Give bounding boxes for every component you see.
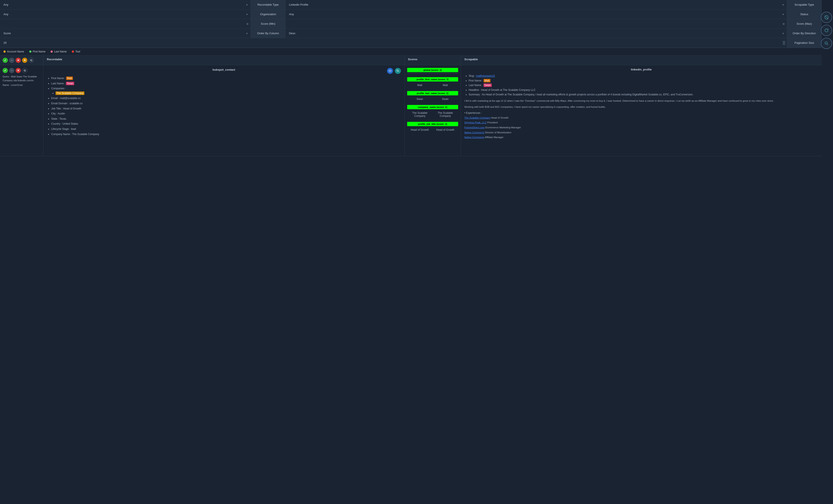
score-last-name: profile_last_name (score: 1) SwanSwan xyxy=(407,91,458,101)
recordable-type-select-wrap: Any ▼ xyxy=(0,0,251,9)
tool-label: Tool xyxy=(75,50,80,53)
refresh-button[interactable] xyxy=(821,25,832,36)
last-name-label: Last Name xyxy=(54,50,67,53)
svg-line-6 xyxy=(827,44,828,45)
first-name-value: Matt xyxy=(66,77,73,80)
recordable-title: hubspot_contact xyxy=(135,68,312,71)
organization-select-wrap: Any ▼ xyxy=(0,9,251,19)
recordable-db-btn[interactable] xyxy=(387,68,393,74)
account-name-dot xyxy=(3,51,6,53)
table-header: ✓ − ✕ ✦ ⧉ Recordable Scores Scrapable xyxy=(0,55,822,65)
company-value: The Scalable Company xyxy=(55,92,85,95)
row-action-icons: ✓ − ✕ ⧉ xyxy=(3,68,41,73)
header-x-btn[interactable]: ✕ xyxy=(16,58,21,63)
experiences-label: • Experiences : xyxy=(465,111,482,115)
recordable-type-label: Recordable Type xyxy=(251,0,285,9)
recordable-data: First Name : Matt Last Name : Swan Compa… xyxy=(47,76,401,136)
svg-point-0 xyxy=(389,70,391,71)
score-max-label: Score (Max) xyxy=(787,19,822,28)
organization-select[interactable]: Any xyxy=(0,9,251,19)
score-job-title: profile_job_title (score: 1) Head of Gro… xyxy=(407,122,458,132)
pagination-input[interactable] xyxy=(0,38,787,48)
header-copy-btn[interactable]: ⧉ xyxy=(29,58,34,63)
score-first-name-bar: profile_first_name (score: 1) xyxy=(407,77,458,81)
row-minus-btn[interactable]: − xyxy=(9,68,14,73)
scrapable-first-name: Matt xyxy=(483,79,490,82)
experiences: • Experiences : The Scalable Company Hea… xyxy=(465,111,818,140)
exp-1: The Scalable Company Head of Growth xyxy=(465,116,818,120)
order-by-column-label: Order By Column xyxy=(251,29,285,38)
scrapable-data: Slug : matthewswan15 First Name : Matt L… xyxy=(465,74,818,140)
cell-recordable: hubspot_contact First Name : Matt Last N… xyxy=(43,65,405,156)
scrapable-title: linkedin_profile xyxy=(465,68,818,71)
score-first-name-values: MattMatt xyxy=(407,83,458,87)
exp-3: FramesDirect.com Ecommerce Marketing Man… xyxy=(465,125,818,130)
score-max-wrap: ⊞ xyxy=(285,19,787,28)
first-name-label: First Name xyxy=(33,50,46,53)
status-select[interactable]: Any xyxy=(285,9,787,19)
row-check-btn[interactable]: ✓ xyxy=(3,68,8,73)
table-row: ✓ − ✕ ⧉ Query : Matt Swan The Scalable C… xyxy=(0,65,822,156)
legend-account-name: Account Name xyxy=(3,50,24,53)
score-min-label: Score (Min) xyxy=(251,19,285,28)
legend-tool: Tool xyxy=(72,50,80,53)
status-select-wrap: Any ▼ xyxy=(285,9,787,19)
svg-line-4 xyxy=(825,16,828,19)
score-company-name-bar: company_name (score: 1) xyxy=(407,105,458,109)
score-job-title-bar: profile_job_title (score: 1) xyxy=(407,122,458,126)
scrapable-type-select[interactable]: Linkedin Profile xyxy=(285,0,787,9)
header-scrapable: Scrapable xyxy=(461,55,822,65)
header-scores: Scores xyxy=(405,55,461,65)
exp-4: Native Commerce Director of Monetization xyxy=(465,130,818,135)
last-name-dot xyxy=(51,51,53,53)
legend-last-name: Last Name xyxy=(51,50,67,53)
header-recordable: Recordable xyxy=(43,55,405,65)
row-x-btn[interactable]: ✕ xyxy=(16,68,21,73)
scrapable-last-name: Swan xyxy=(483,83,492,87)
query-info: Query : Matt Swan The Scalable Company s… xyxy=(3,75,41,87)
last-name-value: Swan xyxy=(66,82,74,85)
legend-row: Account Name First Name Last Name Tool xyxy=(0,48,822,55)
spin-up-btn[interactable]: ▲ xyxy=(782,41,785,43)
header-star-btn[interactable]: ✦ xyxy=(22,58,27,63)
scrapable-bio: I fell in with marketing at the age of 1… xyxy=(465,99,818,103)
recordable-type-select[interactable]: Any xyxy=(0,0,251,9)
order-by-column-select[interactable]: Score xyxy=(0,29,251,38)
hide-button[interactable] xyxy=(821,12,832,23)
organization-label: Organization xyxy=(251,9,285,19)
score-first-name: profile_first_name (score: 1) MattMatt xyxy=(407,77,458,87)
cell-scores: global (score: 1) profile_first_name (sc… xyxy=(405,65,461,156)
exp-2: Olympus Peak, LLC President xyxy=(465,120,818,125)
header-check-btn[interactable]: ✓ xyxy=(3,58,8,63)
score-job-title-values: Head of GrowthHead of Growth xyxy=(407,127,458,132)
tool-dot xyxy=(72,51,74,53)
score-last-name-values: SwanSwan xyxy=(407,97,458,101)
number-spin: ▲ ▼ xyxy=(782,41,785,45)
score-global-bar: global (score: 1) xyxy=(407,68,458,72)
order-by-direction-select-wrap: Desc Asc ▼ xyxy=(285,29,787,38)
cell-actions: ✓ − ✕ ⧉ Query : Matt Swan The Scalable C… xyxy=(0,65,43,156)
search-button[interactable] xyxy=(821,38,832,49)
order-by-direction-select[interactable]: Desc Asc xyxy=(285,29,787,38)
score-min-wrap: ⊞ xyxy=(0,19,251,28)
svg-point-1 xyxy=(397,70,398,71)
score-company-name-values: The Scalable Company The Scalable Compan… xyxy=(407,110,458,118)
spin-down-btn[interactable]: ▼ xyxy=(782,43,785,45)
query-line: Query : Matt Swan The Scalable Company s… xyxy=(3,75,41,82)
legend-first-name: First Name xyxy=(29,50,46,53)
recordable-search-btn[interactable] xyxy=(395,68,401,74)
cell-scrapable: linkedin_profile Slug : matthewswan15 Fi… xyxy=(461,65,822,156)
header-minus-btn[interactable]: − xyxy=(9,58,14,63)
order-by-direction-label: Order By Direction xyxy=(787,29,822,38)
score-company-name: company_name (score: 1) The Scalable Com… xyxy=(407,105,458,118)
order-by-column-select-wrap: Score ▼ xyxy=(0,29,251,38)
score-max-input[interactable] xyxy=(285,19,787,28)
pagination-wrap: ▲ ▼ xyxy=(0,38,787,48)
score-last-name-bar: profile_last_name (score: 1) xyxy=(407,91,458,95)
scrapable-bio2: Working with both B2B and B2C companies,… xyxy=(465,105,818,109)
header-actions: ✓ − ✕ ✦ ⧉ xyxy=(0,55,43,65)
score-min-input[interactable] xyxy=(0,19,251,28)
account-name-label: Account Name xyxy=(7,50,24,53)
score-global: global (score: 1) xyxy=(407,68,458,74)
row-copy-btn[interactable]: ⧉ xyxy=(22,68,27,73)
